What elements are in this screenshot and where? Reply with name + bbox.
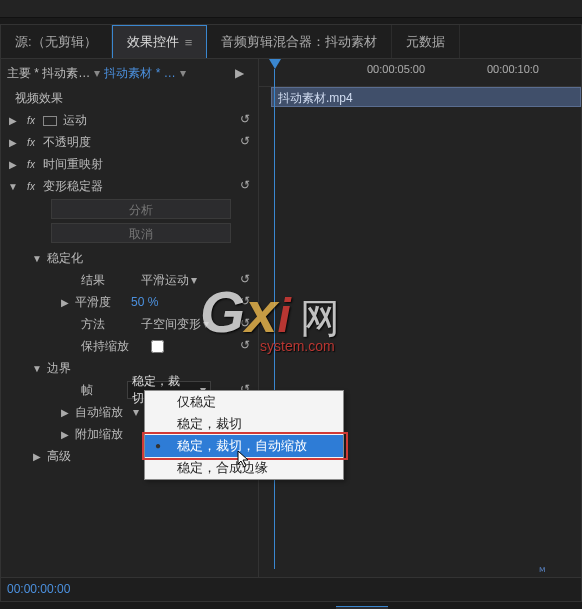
tab-metadata[interactable]: 元数据 [392, 25, 460, 58]
fx-badge-icon[interactable]: fx [23, 135, 39, 149]
marker-icon: ᴹ [539, 565, 546, 579]
video-effects-label: 视频效果 [7, 90, 63, 107]
auto-scale-label: 自动缩放 [75, 404, 127, 421]
twirl-icon[interactable]: ▶ [31, 451, 43, 462]
twirl-icon[interactable]: ▶ [7, 115, 19, 126]
reset-result-icon[interactable]: ↺ [236, 272, 254, 288]
row-time-remap[interactable]: ▶ fx 时间重映射 [1, 153, 258, 175]
dropdown-caret-icon: ▾ [191, 273, 197, 287]
effect-list: 视频效果 ▶ fx 运动 ↺ ▶ fx 不透明度 ↺ ▶ fx 时间重映射 [1, 87, 258, 577]
playhead-line [274, 69, 275, 569]
time-tick-2: 00:00:10:0 [487, 63, 539, 75]
borders-label: 边界 [47, 360, 71, 377]
analyze-button[interactable]: 分析 [51, 199, 231, 219]
fx-badge-icon[interactable]: fx [23, 113, 39, 127]
row-motion[interactable]: ▶ fx 运动 ↺ [1, 109, 258, 131]
fx-badge-icon[interactable]: fx [23, 179, 39, 193]
tab-effect-controls-label: 效果控件 [127, 33, 179, 51]
result-dropdown[interactable]: 平滑运动▾ [137, 272, 207, 289]
analyze-buttons: 分析 取消 [51, 199, 250, 243]
reset-method-icon[interactable]: ↺ [236, 316, 254, 332]
playhead-icon[interactable] [269, 59, 281, 69]
sequence-clip-label[interactable]: 抖动素材 * … [104, 65, 175, 82]
twirl-open-icon[interactable]: ▼ [7, 181, 19, 192]
smoothness-label: 平滑度 [75, 294, 127, 311]
dropdown-caret-icon: ▾ [133, 405, 139, 419]
twirl-icon[interactable]: ▶ [59, 429, 71, 440]
tab-effect-controls[interactable]: 效果控件 ≡ [112, 25, 208, 58]
time-remap-label: 时间重映射 [43, 156, 103, 173]
row-opacity[interactable]: ▶ fx 不透明度 ↺ [1, 131, 258, 153]
tab-source[interactable]: 源:（无剪辑） [1, 25, 112, 58]
clip-strip[interactable]: 抖动素材.mp4 [271, 87, 581, 107]
current-timecode[interactable]: 00:00:00:00 [0, 578, 582, 602]
framing-dropdown-menu: 仅稳定 稳定，裁切 稳定，裁切，自动缩放 稳定，合成边缘 [144, 390, 344, 480]
addl-scale-label: 附加缩放 [75, 426, 127, 443]
master-clip-dropdown-icon[interactable]: ▾ [94, 66, 100, 80]
panel-tab-bar: 源:（无剪辑） 效果控件 ≡ 音频剪辑混合器：抖动素材 元数据 [0, 24, 582, 58]
panel-menu-icon[interactable]: ≡ [185, 35, 193, 50]
twirl-icon[interactable]: ▶ [7, 159, 19, 170]
warp-stabilizer-label: 变形稳定器 [43, 178, 103, 195]
framing-option-stabilize-crop-autoscale[interactable]: 稳定，裁切，自动缩放 [145, 435, 343, 457]
framing-option-stabilize-synthesize[interactable]: 稳定，合成边缘 [145, 457, 343, 479]
reset-preserve-scale-icon[interactable]: ↺ [236, 338, 254, 354]
sequence-clip-dropdown-icon[interactable]: ▾ [180, 66, 186, 80]
motion-rect-icon [43, 114, 59, 126]
stabilization-label: 稳定化 [47, 250, 83, 267]
reset-motion-icon[interactable]: ↺ [236, 112, 254, 128]
preserve-scale-checkbox[interactable] [151, 340, 164, 353]
top-menubar [0, 0, 582, 18]
twirl-icon[interactable]: ▶ [59, 297, 71, 308]
reset-smoothness-icon[interactable]: ↺ [236, 294, 254, 310]
opacity-label: 不透明度 [43, 134, 91, 151]
result-label: 结果 [81, 272, 133, 289]
method-dropdown[interactable]: 子空间变形▾ [137, 316, 213, 333]
advanced-label: 高级 [47, 448, 71, 465]
frame-label: 帧 [81, 382, 123, 399]
time-tick-1: 00:00:05:00 [367, 63, 425, 75]
effect-controls-left: 主要 * 抖动素… ▾ 抖动素材 * … ▾ ▶ 视频效果 ▶ fx 运动 ↺ … [1, 59, 259, 577]
twirl-icon[interactable]: ▶ [59, 407, 71, 418]
twirl-open-icon[interactable]: ▼ [31, 363, 43, 374]
motion-label: 运动 [63, 112, 87, 129]
twirl-open-icon[interactable]: ▼ [31, 253, 43, 264]
row-borders[interactable]: ▼ 边界 [1, 357, 258, 379]
method-label: 方法 [81, 316, 133, 333]
effect-controls-timeline: 00:00:05:00 00:00:10:0 抖动素材.mp4 [259, 59, 581, 577]
master-clip-label[interactable]: 主要 * 抖动素… [7, 65, 90, 82]
clip-header: 主要 * 抖动素… ▾ 抖动素材 * … ▾ ▶ [1, 59, 258, 87]
row-preserve-scale: 保持缩放 ↺ [1, 335, 258, 357]
framing-option-stabilize-crop[interactable]: 稳定，裁切 [145, 413, 343, 435]
fx-badge-icon[interactable]: fx [23, 157, 39, 171]
row-result: 结果 平滑运动▾ ↺ [1, 269, 258, 291]
effect-controls-panel: 主要 * 抖动素… ▾ 抖动素材 * … ▾ ▶ 视频效果 ▶ fx 运动 ↺ … [0, 58, 582, 578]
smoothness-value[interactable]: 50 % [131, 295, 158, 309]
cancel-button[interactable]: 取消 [51, 223, 231, 243]
timeline-ruler[interactable]: 00:00:05:00 00:00:10:0 [259, 59, 581, 87]
row-smoothness: ▶ 平滑度 50 % ↺ [1, 291, 258, 313]
row-warp-stabilizer[interactable]: ▼ fx 变形稳定器 ↺ [1, 175, 258, 197]
tab-audio-mixer[interactable]: 音频剪辑混合器：抖动素材 [207, 25, 392, 58]
framing-option-stabilize-only[interactable]: 仅稳定 [145, 391, 343, 413]
keyframe-area[interactable] [259, 107, 581, 577]
dropdown-caret-icon: ▾ [203, 317, 209, 331]
row-stabilization[interactable]: ▼ 稳定化 [1, 247, 258, 269]
reset-opacity-icon[interactable]: ↺ [236, 134, 254, 150]
row-method: 方法 子空间变形▾ ↺ [1, 313, 258, 335]
section-video-effects: 视频效果 [1, 87, 258, 109]
reset-warp-icon[interactable]: ↺ [236, 178, 254, 194]
toggle-keyframe-area-icon[interactable]: ▶ [235, 66, 244, 80]
preserve-scale-label: 保持缩放 [81, 338, 129, 355]
twirl-icon[interactable]: ▶ [7, 137, 19, 148]
